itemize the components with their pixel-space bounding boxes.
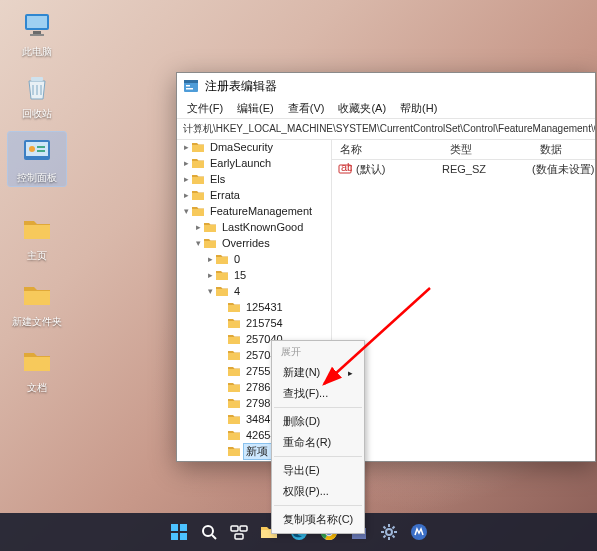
- svg-rect-43: [228, 369, 240, 376]
- tree-node[interactable]: ▾Overrides: [177, 235, 331, 251]
- menu-item-find[interactable]: 查找(F)...: [273, 383, 363, 404]
- task-view-icon[interactable]: [227, 520, 251, 544]
- svg-rect-37: [216, 273, 228, 280]
- expand-icon[interactable]: ▸: [181, 158, 191, 168]
- folder-icon: [227, 381, 241, 393]
- folder-icon: [227, 317, 241, 329]
- col-data[interactable]: 数据: [532, 142, 595, 157]
- collapse-icon[interactable]: ▾: [181, 206, 191, 216]
- collapse-icon[interactable]: ▾: [205, 286, 215, 296]
- expand-icon[interactable]: ▸: [181, 142, 191, 152]
- menu-item[interactable]: 帮助(H): [394, 99, 443, 118]
- menu-item-label: 重命名(R): [283, 435, 331, 450]
- menu-item[interactable]: 文件(F): [181, 99, 229, 118]
- desktop-icon-control-panel[interactable]: 控制面板: [8, 132, 66, 186]
- tree-node-label: FeatureManagement: [208, 205, 314, 217]
- svg-rect-12: [24, 357, 50, 371]
- tree-node-label: Errata: [208, 189, 242, 201]
- svg-rect-42: [228, 353, 240, 360]
- separator: [274, 456, 362, 457]
- svg-rect-46: [228, 417, 240, 424]
- svg-rect-60: [235, 534, 243, 539]
- desktop-icon-this-pc[interactable]: 此电脑: [8, 8, 66, 58]
- col-name[interactable]: 名称: [332, 142, 442, 157]
- svg-rect-33: [192, 209, 204, 216]
- tree-node[interactable]: ▸LastKnownGood: [177, 219, 331, 235]
- menu-item[interactable]: 查看(V): [282, 99, 331, 118]
- menu-item-perm[interactable]: 权限(P)...: [273, 481, 363, 502]
- titlebar[interactable]: 注册表编辑器: [177, 73, 595, 99]
- values-pane[interactable]: 名称 类型 数据 ab (默认) REG_SZ (数值未设置): [332, 140, 595, 461]
- folder-icon: [227, 445, 241, 457]
- svg-rect-55: [180, 533, 187, 540]
- menu-item-new[interactable]: 新建(N)▸: [273, 362, 363, 383]
- tree-node-label: Overrides: [220, 237, 272, 249]
- tree-node[interactable]: 215754: [177, 315, 331, 331]
- svg-text:ab: ab: [341, 162, 352, 173]
- separator: [274, 407, 362, 408]
- tree-node[interactable]: 125431: [177, 299, 331, 315]
- desktop-icon-folder-3[interactable]: 文档: [8, 344, 66, 394]
- svg-rect-30: [192, 161, 204, 168]
- grid-row[interactable]: ab (默认) REG_SZ (数值未设置): [332, 160, 595, 178]
- tree-node[interactable]: ▸0: [177, 251, 331, 267]
- menu-item-delete[interactable]: 删除(D): [273, 411, 363, 432]
- svg-rect-11: [24, 291, 50, 305]
- menu-item-rename[interactable]: 重命名(R): [273, 432, 363, 453]
- expand-icon[interactable]: ▸: [181, 190, 191, 200]
- tree-node[interactable]: ▾4: [177, 283, 331, 299]
- tree-node-label: 15: [232, 269, 248, 281]
- expand-icon[interactable]: ▸: [205, 270, 215, 280]
- col-type[interactable]: 类型: [442, 142, 532, 157]
- desktop-icon-label: 新建文件夹: [8, 316, 66, 328]
- tree-node[interactable]: ▸Els: [177, 171, 331, 187]
- svg-rect-47: [228, 433, 240, 440]
- svg-point-7: [29, 146, 35, 152]
- collapse-icon[interactable]: ▾: [193, 238, 203, 248]
- expand-icon[interactable]: ▸: [193, 222, 203, 232]
- desktop-icon-folder-2[interactable]: 新建文件夹: [8, 278, 66, 328]
- menu-item[interactable]: 编辑(E): [231, 99, 280, 118]
- svg-rect-40: [228, 321, 240, 328]
- folder-icon: [227, 301, 241, 313]
- desktop-icon-label: 控制面板: [8, 172, 66, 184]
- tree-node-label: 4: [232, 285, 242, 297]
- expand-icon[interactable]: ▸: [181, 174, 191, 184]
- desktop-icon-label: 回收站: [8, 108, 66, 120]
- svg-rect-3: [30, 34, 44, 36]
- context-menu[interactable]: 展开新建(N)▸查找(F)...删除(D)重命名(R)导出(E)权限(P)...…: [271, 340, 365, 534]
- folder-icon: [215, 253, 229, 265]
- svg-rect-4: [31, 77, 43, 81]
- desktop-icon-label: 此电脑: [8, 46, 66, 58]
- search-icon[interactable]: [197, 520, 221, 544]
- start-button[interactable]: [167, 520, 191, 544]
- svg-rect-2: [33, 31, 41, 34]
- folder-icon: [191, 189, 205, 201]
- menu-item[interactable]: 收藏夹(A): [332, 99, 392, 118]
- settings-icon[interactable]: [377, 520, 401, 544]
- recycle-bin-icon: [20, 70, 54, 104]
- menu-item-copykey[interactable]: 复制项名称(C): [273, 509, 363, 530]
- address-bar[interactable]: 计算机\HKEY_LOCAL_MACHINE\SYSTEM\CurrentCon…: [177, 119, 595, 140]
- desktop-icon-recycle-bin[interactable]: 回收站: [8, 70, 66, 120]
- svg-rect-59: [240, 526, 247, 531]
- tree-node[interactable]: ▸Errata: [177, 187, 331, 203]
- tree-node[interactable]: ▾FeatureManagement: [177, 203, 331, 219]
- app-icon[interactable]: [407, 520, 431, 544]
- folder-icon: [215, 269, 229, 281]
- string-value-icon: ab: [338, 162, 352, 176]
- desktop-icon-folder-1[interactable]: 主页: [8, 212, 66, 262]
- svg-rect-48: [228, 449, 240, 456]
- folder-icon: [227, 333, 241, 345]
- tree-node[interactable]: ▸DmaSecurity: [177, 140, 331, 155]
- tree-node[interactable]: ▸EarlyLaunch: [177, 155, 331, 171]
- tree-node-label: 0: [232, 253, 242, 265]
- menu-item-export[interactable]: 导出(E): [273, 460, 363, 481]
- control-panel-icon: [20, 134, 54, 168]
- svg-rect-32: [192, 193, 204, 200]
- value-data: (数值未设置): [532, 162, 595, 177]
- folder-icon: [203, 221, 217, 233]
- expand-icon[interactable]: ▸: [205, 254, 215, 264]
- tree-node[interactable]: ▸15: [177, 267, 331, 283]
- svg-rect-39: [228, 305, 240, 312]
